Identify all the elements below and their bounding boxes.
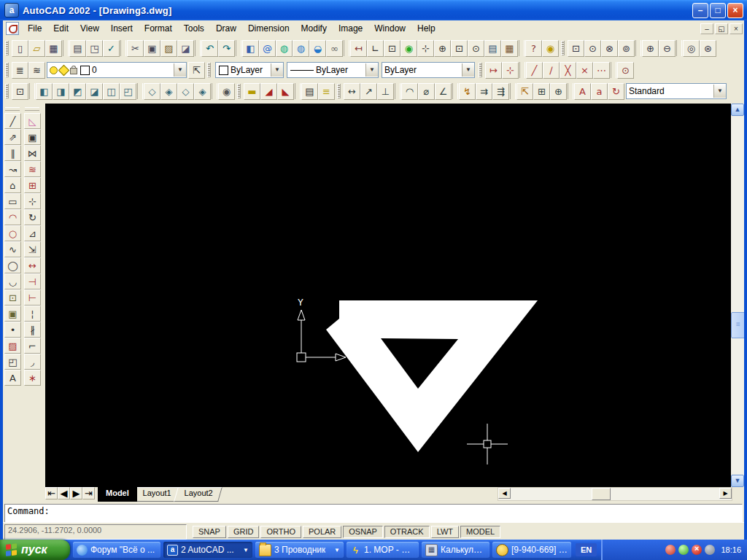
scale-button[interactable]: ⊿: [24, 225, 41, 241]
dim-baseline-button[interactable]: ⇉: [476, 83, 492, 100]
taskbar-item-icq[interactable]: [9-940-669] - ...: [492, 542, 571, 558]
stretch-button[interactable]: ⇲: [24, 241, 41, 257]
toolbar-grip[interactable]: [5, 41, 9, 55]
tab-first-button[interactable]: ⇤: [45, 487, 58, 499]
design-center-button[interactable]: ▦: [501, 40, 518, 57]
toggle-otrack[interactable]: OTRACK: [384, 526, 430, 538]
taskbar-item-autocad[interactable]: 2 AutoCAD ...▼: [163, 542, 252, 558]
menu-draw[interactable]: Draw: [210, 21, 242, 36]
menu-dimension[interactable]: Dimension: [242, 21, 295, 36]
zoom-dynamic-button[interactable]: ⊙: [584, 40, 601, 57]
toolbar-grip[interactable]: [5, 84, 9, 98]
toggle-lwt[interactable]: LWT: [431, 526, 459, 538]
layer-lock-icon[interactable]: [70, 68, 77, 74]
taskbar-item-internet-explorer[interactable]: Форум "Всё о ...: [73, 542, 160, 558]
taskbar-item-calculator[interactable]: Калькулятор: [422, 542, 489, 558]
area-button[interactable]: ◢: [260, 83, 277, 100]
temporary-track-point-button[interactable]: ↦: [485, 62, 502, 79]
snap-endpoint-button[interactable]: ╱: [526, 62, 543, 79]
view-left-button[interactable]: ◩: [69, 83, 86, 100]
dim-update-button[interactable]: ↻: [608, 83, 624, 100]
menu-image[interactable]: Image: [333, 21, 368, 36]
break-at-point-button[interactable]: ¦: [24, 306, 41, 322]
point-button[interactable]: •: [4, 322, 21, 338]
scroll-up-button[interactable]: ▲: [731, 104, 744, 116]
dim-leader-button[interactable]: ⇱: [516, 83, 533, 100]
view-ne-iso-button[interactable]: ◇: [177, 83, 194, 100]
mdi-close-button[interactable]: ×: [729, 23, 743, 34]
maximize-button[interactable]: □: [710, 3, 726, 18]
zoom-in-button[interactable]: ⊕: [642, 40, 659, 57]
language-indicator[interactable]: EN: [576, 543, 597, 556]
zoom-realtime-button[interactable]: ⊕: [434, 40, 451, 57]
explode-button[interactable]: ∗: [24, 370, 41, 386]
multiline-button[interactable]: ∥: [4, 145, 21, 161]
temporary-track-button[interactable]: ↤: [350, 40, 367, 57]
mdi-restore-button[interactable]: ◱: [715, 23, 728, 34]
publish-web-button[interactable]: ◍: [293, 40, 309, 57]
make-layer-current-button[interactable]: ⇱: [188, 62, 205, 79]
multiline-text-button[interactable]: A: [4, 370, 21, 386]
point-a-button[interactable]: @: [259, 40, 276, 57]
toolbar-grip[interactable]: [561, 41, 565, 55]
toolbar-grip[interactable]: [207, 63, 211, 77]
copy-button[interactable]: ▣: [144, 40, 160, 57]
mail-agent-icon[interactable]: [665, 545, 676, 555]
zoom-all-button[interactable]: ◎: [683, 40, 700, 57]
toggle-osnap[interactable]: OSNAP: [343, 526, 383, 538]
taskbar-group-chevron-icon[interactable]: ▼: [240, 547, 249, 553]
list-button[interactable]: ▤: [301, 83, 318, 100]
etransmit-button[interactable]: ◒: [309, 40, 326, 57]
dim-radius-button[interactable]: ◠: [401, 83, 418, 100]
toolbar-grip[interactable]: [479, 63, 482, 77]
toolbar-grip[interactable]: [237, 84, 241, 98]
start-button[interactable]: пуск: [0, 540, 70, 560]
toolbar-grip[interactable]: [5, 107, 20, 111]
menu-insert[interactable]: Insert: [105, 21, 139, 36]
layer-combo[interactable]: 0 ▼: [47, 62, 187, 78]
tab-next-button[interactable]: ▶: [70, 487, 82, 499]
view-front-button[interactable]: ◫: [103, 83, 120, 100]
color-combo[interactable]: ByLayer ▼: [215, 62, 284, 78]
fillet-button[interactable]: ◞: [24, 354, 41, 370]
menu-edit[interactable]: Edit: [47, 21, 74, 36]
scroll-down-button[interactable]: ▼: [731, 475, 744, 487]
zoom-center-button[interactable]: ⊚: [618, 40, 635, 57]
drawing-canvas[interactable]: Y: [45, 104, 731, 487]
tab-prev-button[interactable]: ◀: [58, 487, 70, 499]
copy-object-button[interactable]: ▣: [24, 129, 41, 145]
linetype-combo[interactable]: ByLayer ▼: [287, 62, 379, 78]
polyline-button[interactable]: ↝: [4, 161, 21, 177]
new-button[interactable]: ▯: [12, 40, 28, 57]
snap-extension-button[interactable]: ⋯: [593, 62, 610, 79]
toggle-grid[interactable]: GRID: [228, 526, 260, 538]
region-button[interactable]: ◰: [4, 354, 21, 370]
polygon-button[interactable]: ⌂: [4, 177, 21, 193]
extend-button[interactable]: ⊢: [24, 289, 41, 306]
mirror-button[interactable]: ⋈: [24, 145, 41, 161]
mdi-minimize-button[interactable]: –: [700, 23, 713, 34]
line-button[interactable]: ╱: [4, 113, 21, 129]
dim-center-mark-button[interactable]: ⊕: [550, 83, 567, 100]
dim-edit-button[interactable]: A: [574, 83, 591, 100]
hatch-button[interactable]: ▨: [4, 338, 21, 354]
vertical-scrollbar[interactable]: ▲ ▼: [731, 104, 744, 487]
offset-button[interactable]: ≋: [24, 161, 41, 177]
chevron-down-icon[interactable]: ▼: [271, 63, 283, 77]
match-properties-button[interactable]: ◪: [177, 40, 194, 57]
volume-icon[interactable]: [705, 545, 715, 555]
chevron-down-icon[interactable]: ▼: [174, 63, 186, 77]
zoom-window-flyout-button[interactable]: ⊡: [451, 40, 468, 57]
toggle-model[interactable]: MODEL: [460, 526, 500, 538]
security-alert-icon[interactable]: [692, 545, 702, 555]
layer-on-icon[interactable]: [50, 66, 58, 74]
today-button[interactable]: ◧: [242, 40, 259, 57]
dim-diameter-button[interactable]: ⌀: [418, 83, 435, 100]
menu-file[interactable]: File: [22, 21, 47, 36]
chevron-down-icon[interactable]: ▼: [462, 63, 474, 77]
named-views-button[interactable]: ⊡: [384, 40, 400, 57]
chevron-down-icon[interactable]: ▼: [713, 85, 726, 98]
taskbar-item-folder[interactable]: 3 Проводник▼: [255, 542, 344, 558]
save-button[interactable]: ▦: [45, 40, 62, 57]
pan-realtime-button[interactable]: ⊹: [417, 40, 434, 57]
